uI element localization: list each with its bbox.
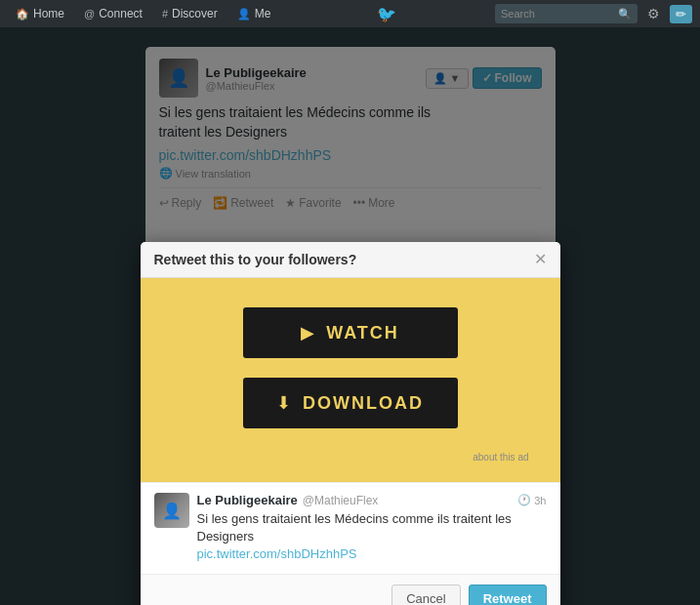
modal-close-button[interactable]: ✕ [534,252,547,267]
modal-tweet-link[interactable]: pic.twitter.com/shbDHzhhPS [197,546,357,561]
modal-footer: Cancel Retweet [141,574,560,605]
modal-tweet-header: Le Publigeekaire @MathieuFlex 🕐 3h [197,493,547,507]
home-icon: 🏠 [16,8,29,20]
modal-avatar: 👤 [154,493,189,528]
watch-label: WATCH [326,323,399,343]
modal-user-name: Le Publigeekaire [197,493,298,507]
download-button[interactable]: ⬇ DOWNLOAD [243,378,458,428]
ad-area: ▶ WATCH ⬇ DOWNLOAD about this ad [141,278,560,482]
hash-icon: # [162,8,168,20]
download-icon: ⬇ [276,392,291,414]
modal-tweet-text-value: Si les gens traitaient les Médecins comm… [197,511,512,544]
nav-home[interactable]: 🏠 Home [8,0,72,27]
modal-title: Retweet this to your followers? [154,252,357,267]
cancel-button[interactable]: Cancel [391,585,460,605]
retweet-confirm-button[interactable]: Retweet [469,585,547,605]
about-ad: about this ad [160,448,541,463]
nav-me[interactable]: 👤 Me [229,0,279,27]
content-wrapper: 👤 Le Publigeekaire @MathieuFlex 👤 ▼ ✓ Fo… [0,27,700,605]
retweet-modal: Retweet this to your followers? ✕ ▶ WATC… [141,242,560,605]
modal-tweet-content: Le Publigeekaire @MathieuFlex 🕐 3h Si le… [197,493,547,564]
gear-button[interactable]: ⚙ [641,6,666,21]
search-icon[interactable]: 🔍 [618,8,632,20]
search-box[interactable]: 🔍 [495,4,638,23]
at-icon: @ [84,8,95,20]
nav-connect-label: Connect [99,7,143,20]
modal-time-value: 3h [534,495,546,506]
modal-user-handle: @MathieuFlex [303,494,379,507]
top-nav: 🏠 Home @ Connect # Discover 👤 Me 🐦 🔍 ⚙ ✏ [0,0,700,27]
clock-icon: 🕐 [517,494,531,506]
modal-tweet-time: 🕐 3h [517,494,546,506]
twitter-bird-icon: 🐦 [371,5,402,23]
person-icon: 👤 [237,8,251,20]
watch-button[interactable]: ▶ WATCH [243,307,458,358]
modal-tweet-preview: 👤 Le Publigeekaire @MathieuFlex 🕐 3h Si … [141,482,560,574]
nav-home-label: Home [33,7,64,20]
nav-discover[interactable]: # Discover [154,0,226,27]
compose-button[interactable]: ✏ [670,5,692,23]
modal-header: Retweet this to your followers? ✕ [141,242,560,278]
nav-discover-label: Discover [172,7,218,20]
modal-overlay: Retweet this to your followers? ✕ ▶ WATC… [0,27,700,605]
play-icon: ▶ [301,322,314,343]
search-input[interactable] [501,8,618,20]
nav-me-label: Me [255,7,271,20]
download-label: DOWNLOAD [303,393,424,414]
about-ad-label: about this ad [473,452,528,463]
nav-connect[interactable]: @ Connect [76,0,150,27]
modal-tweet-text: Si les gens traitaient les Médecins comm… [197,510,547,564]
